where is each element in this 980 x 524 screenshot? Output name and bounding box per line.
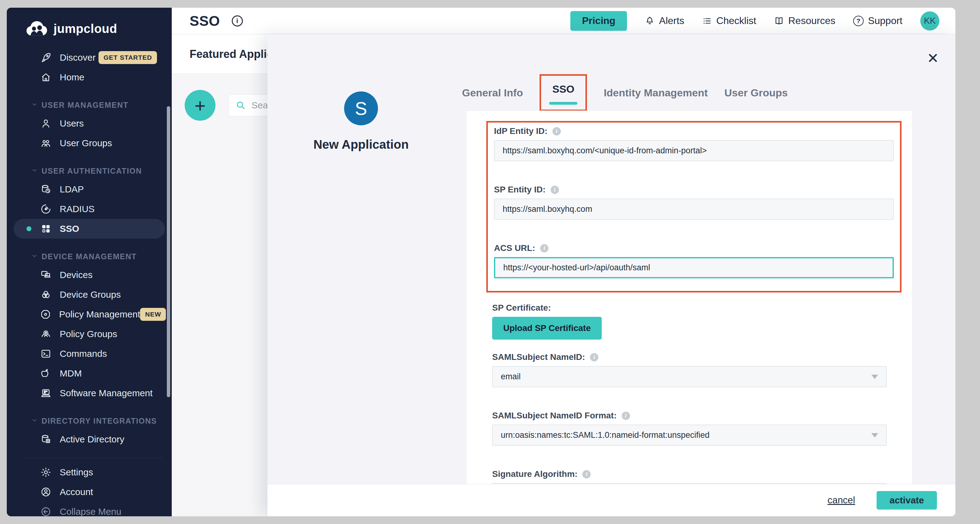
sidebar-section-device-management[interactable]: DEVICE MANAGEMENT [7,248,172,265]
sidebar-item-device-groups[interactable]: Device Groups [14,285,165,304]
sidebar-item-label: Commands [60,349,107,359]
sidebar-item-ldap[interactable]: LDAP [14,180,165,199]
app-avatar: S [344,91,378,125]
activate-button[interactable]: activate [877,491,937,510]
sidebar-item-radius[interactable]: RADIUS [14,199,165,219]
sidebar-item-label: User Groups [60,138,112,148]
sidebar-section-user-authentication[interactable]: USER AUTHENTICATION [7,162,172,180]
info-icon[interactable]: i [540,244,549,252]
user-group-icon [40,137,52,149]
sidebar: jumpcloud DiscoverGET STARTEDHomeUSER MA… [7,8,172,516]
info-icon[interactable]: i [590,353,598,362]
field-label: Signature Algorithm: [492,469,578,479]
info-icon[interactable]: i [552,127,561,135]
idp-entity-id-input[interactable]: https://saml.boxyhq.com/<unique-id-from-… [494,140,894,161]
sidebar-item-discover[interactable]: DiscoverGET STARTED [14,48,165,67]
sidebar-item-user-groups[interactable]: User Groups [14,133,165,153]
info-icon[interactable]: i [622,412,630,420]
add-application-button[interactable]: + [185,90,215,121]
sidebar-item-policy-management[interactable]: Policy ManagementNEW [14,304,165,324]
sp-entity-id-input[interactable]: https://saml.boxyhq.com [494,199,894,220]
page-title: SSO [189,13,220,29]
tab-sso[interactable]: SSO [549,83,578,105]
field-label: SAMLSubject NameID: [492,352,585,362]
jumpcloud-logo[interactable]: jumpcloud [7,8,172,45]
alerts-button[interactable]: Alerts [645,15,684,27]
page-info-icon[interactable]: i [232,15,243,27]
sidebar-section-label: USER MANAGEMENT [41,101,128,110]
field-label-row: ACS URL:i [494,243,894,253]
sidebar-scrollbar[interactable] [167,106,170,397]
new-badge: NEW [140,308,166,321]
sidebar-item-users[interactable]: Users [14,114,165,133]
sidebar-item-home[interactable]: Home [14,67,165,87]
field-label-row: SP Certificate: [492,303,887,313]
sidebar-item-label: SSO [60,223,79,234]
user-avatar[interactable]: KK [920,11,939,30]
field-label: SP Entity ID: [494,185,546,194]
tab-label: SSO [552,83,574,95]
field-list: SP Certificate:Upload SP CertificateSAML… [467,293,912,484]
ldap-icon [40,183,52,195]
sidebar-item-active-directory[interactable]: Active Directory [14,430,165,449]
chevron-down-icon [31,252,38,261]
tab-label: User Groups [724,87,788,99]
sidebar-item-label: Home [60,72,84,83]
sidebar-item-settings[interactable]: Settings [14,462,165,482]
topbar-right: Pricing Alerts Checklist Resources ? [570,11,939,31]
support-button[interactable]: ? Support [853,15,902,27]
acs-url-input[interactable]: https://<your-hosted-url>/api/oauth/saml [494,257,894,278]
tab-user-groups[interactable]: User Groups [724,87,788,99]
samlsubject-nameid-format-select[interactable]: urn:oasis:names:tc:SAML:1.0:nameid-forma… [492,425,887,446]
sidebar-item-label: Discover [60,53,96,63]
field-label-row: SP Entity ID:i [494,185,894,194]
resources-label: Resources [788,15,835,27]
user-icon [40,118,52,129]
resources-button[interactable]: Resources [774,15,835,27]
app-name: New Application [296,138,426,151]
sidebar-item-commands[interactable]: Commands [14,344,165,363]
software-management-icon [40,387,52,399]
logo-text: jumpcloud [54,22,117,36]
checklist-button[interactable]: Checklist [702,15,756,27]
field-label: ACS URL: [494,243,535,253]
upload-sp-certificate-button[interactable]: Upload SP Certificate [492,317,602,339]
book-icon [774,16,784,26]
cancel-link[interactable]: cancel [828,495,855,506]
field-label-row: Signature Algorithm:i [492,469,887,479]
tab-identity-management[interactable]: Identity Management [604,87,708,99]
sidebar-section-user-management[interactable]: USER MANAGEMENT [7,96,172,114]
sidebar-item-label: LDAP [60,184,84,194]
annotation-highlight-box: SSO [539,74,587,111]
close-icon[interactable]: ✕ [923,48,943,68]
radius-icon [40,203,52,215]
samlsubject-nameid-select[interactable]: email [492,366,887,387]
field-label: SAMLSubject NameID Format: [492,411,617,420]
sidebar-item-software-management[interactable]: Software Management [14,383,165,403]
sidebar-item-label: Devices [60,270,93,280]
sidebar-item-policy-groups[interactable]: Policy Groups [14,324,165,344]
field-label: SP Certificate: [492,303,551,313]
info-icon[interactable]: i [550,186,559,194]
select-value: email [501,372,521,381]
field-signature-algorithm: Signature Algorithm:iRSA-SHA256 [492,469,887,484]
sidebar-item-account[interactable]: Account [14,482,165,502]
sidebar-section-directory-integrations[interactable]: DIRECTORY INTEGRATIONS [7,412,172,430]
tab-general-info[interactable]: General Info [462,87,523,99]
mdm-icon [40,368,52,379]
gear-icon [40,467,52,478]
sidebar-item-devices[interactable]: Devices [14,265,165,285]
sidebar-item-mdm[interactable]: MDM [14,363,165,383]
pricing-button[interactable]: Pricing [570,11,627,31]
field-label: IdP Entity ID: [494,126,547,136]
info-icon[interactable]: i [582,470,591,478]
sidebar-item-collapse-menu[interactable]: Collapse Menu [14,502,165,516]
sidebar-section-label: DEVICE MANAGEMENT [41,252,137,261]
sidebar-item-sso[interactable]: SSO [14,219,165,239]
topbar: SSO i Pricing Alerts Checklist Resources [172,8,955,34]
active-directory-icon [40,433,52,445]
policy-management-icon [40,309,51,320]
sidebar-item-label: Software Management [60,388,153,398]
sso-form-panel: IdP Entity ID:ihttps://saml.boxyhq.com/<… [466,110,912,484]
bell-icon [645,16,655,26]
